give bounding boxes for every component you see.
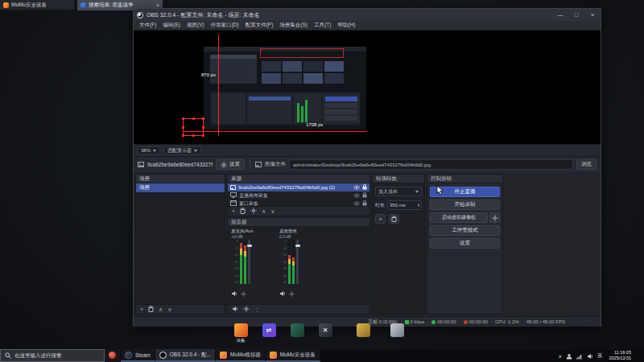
scene-move-down-button[interactable]: ∨ bbox=[167, 306, 171, 312]
controls-dock-title[interactable]: 控制按钮 bbox=[427, 175, 502, 183]
menu-item-view[interactable]: 视图(V) bbox=[184, 22, 208, 29]
source-settings-button[interactable]: 设置 bbox=[216, 159, 245, 170]
zoom-select[interactable]: 38% bbox=[137, 146, 160, 155]
eye-icon[interactable] bbox=[353, 193, 360, 199]
slider-knob[interactable] bbox=[247, 245, 252, 247]
scenes-dock: 场景 场景 + ∧ ∨ bbox=[135, 174, 225, 315]
menu-item-profile[interactable]: 配置文件(P) bbox=[242, 22, 277, 29]
scenes-list[interactable]: 场景 bbox=[136, 183, 225, 304]
resize-handle[interactable] bbox=[202, 134, 204, 137]
start-recording-button[interactable]: 开始录制 bbox=[430, 200, 500, 210]
source-move-down-button[interactable]: ∨ bbox=[270, 208, 275, 214]
source-selection-box[interactable] bbox=[183, 118, 204, 136]
add-source-button[interactable]: + bbox=[232, 208, 235, 214]
thumb-block bbox=[210, 55, 257, 84]
preview-canvas[interactable]: 870 px 1708 px bbox=[134, 31, 601, 144]
gear-icon[interactable] bbox=[243, 306, 250, 314]
lock-icon[interactable] bbox=[362, 184, 367, 191]
speaker-icon[interactable] bbox=[231, 286, 237, 300]
source-move-up-button[interactable]: ∧ bbox=[262, 208, 266, 214]
window-fragment-mumu-security[interactable]: MuMu安全设备 bbox=[0, 0, 74, 10]
image-file-path-input[interactable]: administrator/Desktop/9cab2be9a6e80eed74… bbox=[289, 159, 573, 170]
virtual-camera-settings-button[interactable] bbox=[489, 212, 500, 223]
resize-handle[interactable] bbox=[182, 134, 184, 137]
desktop-icon[interactable]: ✕ bbox=[315, 323, 336, 348]
taskbar-clock[interactable]: 11:16:05 2025/12/31 bbox=[606, 350, 634, 361]
taskbar-app-steam[interactable]: Steam bbox=[121, 349, 155, 362]
sources-dock: 来源 9cab2be9a6e80eed743327fbd04b6d0.jpg (… bbox=[227, 174, 370, 216]
resize-handle[interactable] bbox=[192, 117, 195, 120]
speaker-icon[interactable] bbox=[279, 286, 286, 300]
add-scene-button[interactable]: + bbox=[140, 306, 143, 312]
speaker-icon[interactable] bbox=[587, 348, 593, 362]
user-person-icon[interactable] bbox=[566, 348, 572, 362]
slider-knob[interactable] bbox=[295, 245, 300, 247]
resize-handle[interactable] bbox=[182, 117, 184, 120]
scene-list-item[interactable]: 场景 bbox=[136, 183, 225, 192]
menu-item-docks[interactable]: 停靠窗口(D) bbox=[208, 22, 242, 29]
transition-duration-input[interactable]: 350 ms ▴▾ bbox=[387, 200, 422, 210]
remove-transition-button[interactable] bbox=[389, 214, 399, 224]
scenes-dock-title[interactable]: 场景 bbox=[136, 175, 225, 183]
transitions-dock-title[interactable]: 转场特效 bbox=[373, 175, 424, 183]
source-list-item[interactable]: 直播画布采集 bbox=[228, 191, 369, 200]
mixer-menu-kebab-icon[interactable]: ⋮ bbox=[254, 306, 260, 312]
source-properties-button[interactable] bbox=[250, 208, 257, 216]
taskbar-app-obs[interactable]: OBS 32.0.4 - 配... bbox=[155, 349, 216, 362]
ime-indicator[interactable]: 英 bbox=[597, 352, 603, 360]
resize-handle[interactable] bbox=[202, 126, 204, 129]
desktop-icon[interactable] bbox=[287, 323, 308, 348]
taskbar-app-mumu-security[interactable]: MuMu安全设备 bbox=[266, 349, 320, 362]
scene-move-up-button[interactable]: ∧ bbox=[159, 306, 163, 312]
lock-icon[interactable] bbox=[362, 200, 367, 206]
remove-source-button[interactable] bbox=[240, 208, 246, 216]
preview-image-source[interactable] bbox=[204, 47, 366, 130]
channel-db-value: -inf dB bbox=[231, 234, 271, 239]
desktop-icon[interactable] bbox=[353, 323, 374, 348]
mixer-dock-title[interactable]: 混音器 bbox=[228, 218, 369, 227]
hidden-icons-chevron[interactable]: ∧ bbox=[559, 353, 562, 359]
eye-icon[interactable] bbox=[353, 201, 360, 207]
source-list-item[interactable]: 9cab2be9a6e80eed743327fbd04b6d0.jpg (2) bbox=[228, 183, 369, 191]
network-icon[interactable] bbox=[576, 348, 583, 362]
resize-handle[interactable] bbox=[182, 126, 184, 129]
close-button[interactable]: × bbox=[586, 12, 599, 18]
menu-item-edit[interactable]: 编辑(E) bbox=[159, 22, 184, 29]
speaker-icon[interactable] bbox=[232, 306, 238, 314]
volume-slider[interactable] bbox=[296, 240, 299, 284]
menu-item-help[interactable]: 帮助(H) bbox=[334, 22, 358, 29]
spinner-arrows-icon[interactable]: ▴▾ bbox=[418, 204, 419, 207]
studio-mode-button[interactable]: 工作室模式 bbox=[430, 225, 500, 236]
sources-list[interactable]: 9cab2be9a6e80eed743327fbd04b6d0.jpg (2) … bbox=[228, 183, 369, 206]
gear-icon[interactable] bbox=[241, 286, 246, 300]
menu-item-tools[interactable]: 工具(T) bbox=[311, 22, 334, 29]
volume-slider[interactable] bbox=[248, 240, 250, 284]
taskbar-pinned-app[interactable] bbox=[105, 349, 121, 362]
taskbar-search-box[interactable]: 在这里输入进行搜索 bbox=[0, 349, 105, 362]
browse-button[interactable]: 浏览 bbox=[576, 159, 597, 170]
lock-icon[interactable] bbox=[362, 192, 367, 199]
resize-handle[interactable] bbox=[202, 117, 204, 120]
minimize-button[interactable]: — bbox=[554, 12, 567, 18]
thumb-block bbox=[303, 73, 323, 84]
menu-item-scene-collection[interactable]: 场景集合(S) bbox=[276, 22, 311, 29]
tab-close-icon[interactable]: × bbox=[155, 2, 159, 8]
menu-item-file[interactable]: 文件(F) bbox=[136, 22, 159, 29]
transition-select[interactable]: 淡入淡出 bbox=[375, 187, 422, 196]
resize-handle[interactable] bbox=[192, 134, 195, 137]
obs-titlebar[interactable]: OBS 32.0.4 - 配置文件: 未命名 - 场景: 未命名 — □ × bbox=[134, 9, 601, 21]
add-transition-button[interactable]: + bbox=[375, 214, 386, 224]
taskbar-app-mumu-emulator[interactable]: MuMu模拟器 bbox=[216, 349, 266, 362]
sources-dock-title[interactable]: 来源 bbox=[228, 175, 369, 183]
eye-icon[interactable] bbox=[353, 185, 360, 191]
source-list-item[interactable]: 窗口采集 bbox=[228, 200, 369, 206]
desktop-icon[interactable]: ⇄ bbox=[258, 323, 279, 348]
remove-scene-button[interactable] bbox=[148, 306, 154, 314]
desktop-icon-device[interactable]: 设备 bbox=[230, 323, 251, 348]
fit-display-select[interactable]: 适配显示器 bbox=[163, 146, 201, 155]
maximize-button[interactable]: □ bbox=[570, 12, 583, 18]
start-virtual-camera-button[interactable]: 启动虚拟摄像机 bbox=[430, 212, 488, 223]
settings-button[interactable]: 设置 bbox=[430, 238, 500, 249]
desktop-icon[interactable] bbox=[386, 323, 407, 348]
gear-icon[interactable] bbox=[289, 286, 295, 300]
